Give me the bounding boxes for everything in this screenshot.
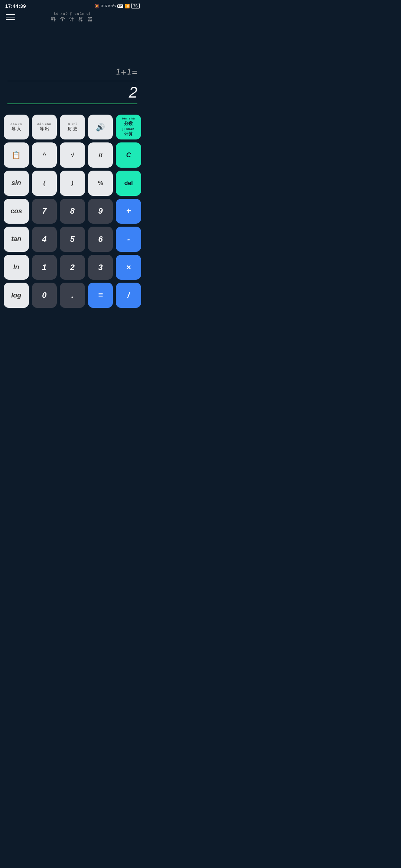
expression-display: 1+1= <box>7 66 137 81</box>
history-button[interactable]: lì shǐ 历 史 <box>60 115 85 140</box>
export-button[interactable]: dǎo chū 导 出 <box>32 115 57 140</box>
tan-button[interactable]: tan <box>4 227 29 252</box>
power-button[interactable]: ^ <box>32 142 57 168</box>
clipboard-button[interactable]: 📋 <box>4 142 29 168</box>
import-button[interactable]: dǎo rù 导 入 <box>4 115 29 140</box>
four-button[interactable]: 4 <box>32 227 57 252</box>
menu-button[interactable] <box>6 14 15 20</box>
keypad: dǎo rù 导 入 dǎo chū 导 出 lì shǐ 历 史 🔊 fēn … <box>0 112 145 313</box>
ln-button[interactable]: ln <box>4 255 29 280</box>
equals-button[interactable]: = <box>88 283 113 308</box>
del-button[interactable]: del <box>116 171 141 196</box>
hd-badge: HD <box>117 4 123 8</box>
multiply-button[interactable]: × <box>116 255 141 280</box>
clipboard-icon: 📋 <box>12 151 21 160</box>
seven-button[interactable]: 7 <box>32 199 57 224</box>
result-display: 2 <box>7 81 137 104</box>
app-title: kē xué jì suàn qì 科 学 计 算 器 <box>51 11 94 23</box>
eight-button[interactable]: 8 <box>60 199 85 224</box>
calculator-display: 1+1= 2 <box>0 22 145 112</box>
minus-button[interactable]: - <box>116 227 141 252</box>
dot-button[interactable]: . <box>60 283 85 308</box>
two-button[interactable]: 2 <box>60 255 85 280</box>
percent-button[interactable]: % <box>88 171 113 196</box>
three-button[interactable]: 3 <box>88 255 113 280</box>
signal-icon: 📶 <box>125 4 130 9</box>
sound-icon: 🔊 <box>96 123 105 132</box>
lparen-button[interactable]: ( <box>32 171 57 196</box>
five-button[interactable]: 5 <box>60 227 85 252</box>
keypad-row-3: sin ( ) % del <box>4 171 141 196</box>
zero-button[interactable]: 0 <box>32 283 57 308</box>
divide-button[interactable]: / <box>116 283 141 308</box>
bell-icon: 🔕 <box>94 4 100 9</box>
keypad-row-4: cos 7 8 9 + <box>4 199 141 224</box>
keypad-row-1: dǎo rù 导 入 dǎo chū 导 出 lì shǐ 历 史 🔊 fēn … <box>4 115 141 140</box>
keypad-row-6: ln 1 2 3 × <box>4 255 141 280</box>
sqrt-button[interactable]: √ <box>60 142 85 168</box>
battery-icon: 76 <box>131 3 140 9</box>
network-speed: 0.07 KB/S <box>101 4 116 8</box>
app-header: kē xué jì suàn qì 科 学 计 算 器 <box>0 11 145 22</box>
sin-button[interactable]: sin <box>4 171 29 196</box>
status-bar: 17:44:39 🔕 0.07 KB/S HD 📶 76 <box>0 0 145 11</box>
cos-button[interactable]: cos <box>4 199 29 224</box>
six-button[interactable]: 6 <box>88 227 113 252</box>
sound-button[interactable]: 🔊 <box>88 115 113 140</box>
plus-button[interactable]: + <box>116 199 141 224</box>
fraction-button[interactable]: fēn shù 分数 jì suàn 计算 <box>116 115 141 140</box>
status-icons: 🔕 0.07 KB/S HD 📶 76 <box>94 3 140 9</box>
one-button[interactable]: 1 <box>32 255 57 280</box>
nine-button[interactable]: 9 <box>88 199 113 224</box>
clear-button[interactable]: C <box>116 142 141 168</box>
status-time: 17:44:39 <box>5 3 26 9</box>
pi-button[interactable]: π <box>88 142 113 168</box>
keypad-row-5: tan 4 5 6 - <box>4 227 141 252</box>
title-pinyin: kē xué jì suàn qì <box>51 11 94 16</box>
keypad-row-2: 📋 ^ √ π C <box>4 142 141 168</box>
title-chinese: 科 学 计 算 器 <box>51 16 94 23</box>
rparen-button[interactable]: ) <box>60 171 85 196</box>
keypad-row-7: log 0 . = / <box>4 283 141 308</box>
log-button[interactable]: log <box>4 283 29 308</box>
